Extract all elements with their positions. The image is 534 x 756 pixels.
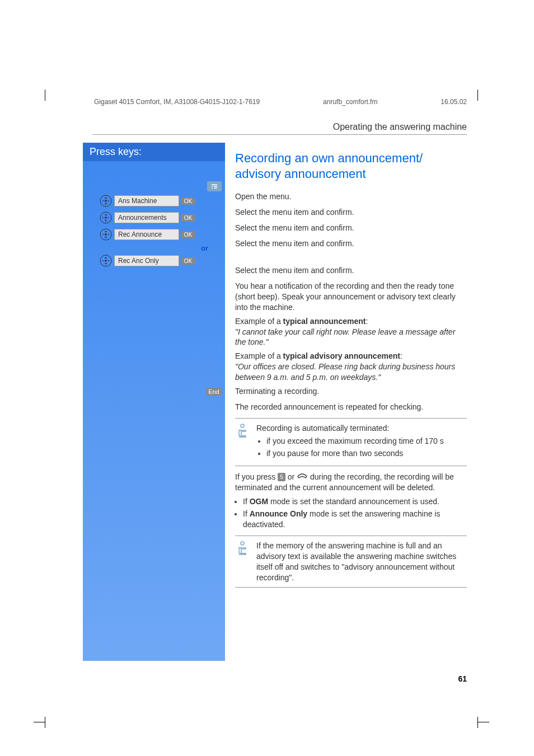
nav-up-down-icon[interactable] xyxy=(99,210,113,225)
step-select-2: Select the menu item and confirm. xyxy=(235,223,467,235)
svg-point-19 xyxy=(241,542,244,545)
svg-rect-17 xyxy=(105,260,107,262)
ok-button[interactable]: OK xyxy=(181,214,195,222)
or-separator: or xyxy=(83,244,225,252)
svg-point-1 xyxy=(212,187,213,189)
running-header: Gigaset 4015 Comfort, IM, A31008-G4015-J… xyxy=(94,98,467,106)
svg-rect-5 xyxy=(105,200,107,202)
crop-mark xyxy=(45,90,45,101)
svg-point-16 xyxy=(108,260,109,261)
info-icon xyxy=(235,541,251,556)
menu-item-rec-announce: Rec Announce xyxy=(114,229,179,240)
step-select-4: Select the menu item and confirm. xyxy=(235,265,467,278)
step-repeated: The recorded announcement is repeated fo… xyxy=(235,402,467,412)
key-5-icon[interactable]: 5 xyxy=(278,473,285,481)
announce-only-note: If Announce Only mode is set the answeri… xyxy=(243,509,467,530)
info-box-auto-terminate: Recording is automatically terminated: i… xyxy=(235,418,467,466)
menu-item-announcements: Announcements xyxy=(114,212,179,223)
crop-mark xyxy=(477,90,478,101)
crop-mark xyxy=(478,722,489,722)
menu-key-icon[interactable] xyxy=(207,181,222,191)
svg-point-3 xyxy=(102,200,104,201)
nav-up-down-icon[interactable] xyxy=(99,227,113,242)
svg-rect-13 xyxy=(105,234,107,236)
svg-point-0 xyxy=(212,186,213,187)
step-terminate: Terminating a recording. xyxy=(235,386,467,398)
svg-point-12 xyxy=(108,234,109,235)
ok-button[interactable]: OK xyxy=(181,198,195,205)
keys-column: Ans Machine OK Announcements OK Rec Anno… xyxy=(83,143,225,593)
crop-mark xyxy=(34,722,45,722)
nav-up-down-icon[interactable] xyxy=(99,253,113,268)
notification-text: You hear a notification of the recording… xyxy=(235,281,467,313)
ok-button[interactable]: OK xyxy=(181,231,195,238)
press-note: If you press 5 or during the recording, … xyxy=(235,472,467,494)
hangup-icon[interactable] xyxy=(297,472,308,482)
page-heading: Recording an own announcement/ advisory … xyxy=(235,151,467,181)
page-number: 61 xyxy=(458,674,467,683)
example-advisory: Example of a typical advisory announceme… xyxy=(235,351,467,383)
svg-point-11 xyxy=(102,234,104,235)
info-line: Recording is automatically terminated: xyxy=(256,423,467,434)
example-typical: Example of a typical announcement: "I ca… xyxy=(235,316,467,348)
svg-point-15 xyxy=(102,260,104,261)
content-column: Recording an own announcement/ advisory … xyxy=(225,143,467,593)
crop-mark xyxy=(477,717,478,728)
info-box-memory-full: If the memory of the answering machine i… xyxy=(235,536,467,588)
info-icon xyxy=(235,423,251,439)
step-select-1: Select the menu item and confirm. xyxy=(235,207,467,219)
ok-button[interactable]: OK xyxy=(181,257,195,265)
end-button[interactable]: End xyxy=(206,388,222,396)
menu-item-rec-anc-only: Rec Anc Only xyxy=(114,255,179,266)
menu-item-ans-machine: Ans Machine xyxy=(114,195,179,206)
svg-point-7 xyxy=(102,217,104,218)
section-title: Operating the answering machine xyxy=(333,122,467,132)
doc-reference: Gigaset 4015 Comfort, IM, A31008-G4015-J… xyxy=(94,98,260,106)
mode-list: If OGM mode is set the standard announce… xyxy=(235,496,467,530)
svg-point-18 xyxy=(241,424,244,428)
step-select-3: Select the menu item and confirm. xyxy=(235,238,467,251)
section-rule xyxy=(92,134,467,135)
svg-rect-9 xyxy=(105,217,107,219)
crop-mark xyxy=(45,717,45,728)
ogm-mode-note: If OGM mode is set the standard announce… xyxy=(243,496,467,507)
step-open-menu: Open the menu. xyxy=(235,191,467,204)
file-date: 16.05.02 xyxy=(441,98,467,106)
info-bullets: if you exceed the maximum recording time… xyxy=(256,436,467,459)
svg-point-4 xyxy=(108,200,109,201)
file-name: anrufb_comfort.fm xyxy=(323,98,377,106)
nav-up-down-icon[interactable] xyxy=(99,194,113,208)
svg-point-8 xyxy=(108,217,109,218)
